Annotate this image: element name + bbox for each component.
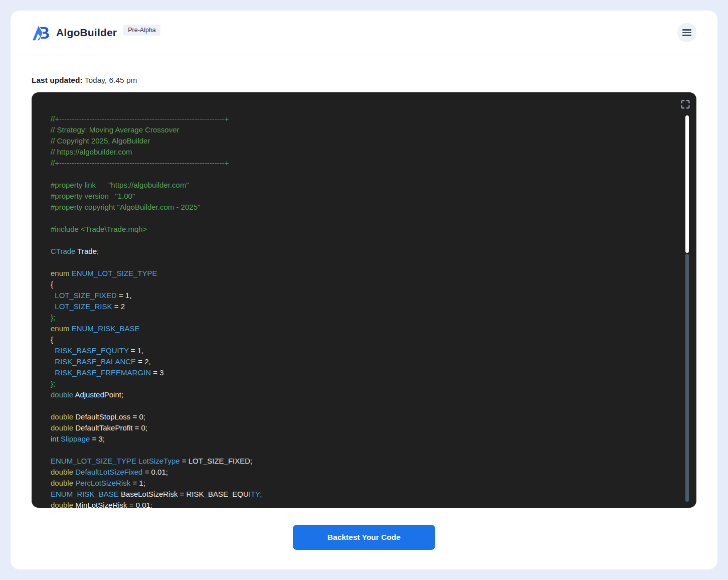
code-line — [51, 445, 666, 456]
code-line: // Copyright 2025, AlgoBuilder — [51, 135, 666, 147]
code-line — [51, 400, 666, 411]
code-line: double DefaultLotSizeFixed = 0.01; — [51, 467, 666, 478]
main-content: Last updated: Today, 6.45 pm //+--------… — [11, 76, 717, 550]
code-line: // https://algobuilder.com — [51, 147, 666, 158]
scrollbar-thumb[interactable] — [685, 115, 689, 253]
fullscreen-button[interactable] — [679, 98, 692, 112]
code-editor-panel: //+-------------------------------------… — [32, 92, 696, 508]
code-line — [51, 235, 666, 246]
code-line: //+-------------------------------------… — [51, 158, 666, 169]
code-line: double DefaultTakeProfit = 0; — [51, 422, 666, 433]
code-line: LOT_SIZE_FIXED = 1, — [51, 290, 666, 301]
app-card: B AlgoBuilder Pre-Alpha Last updated: To… — [11, 11, 717, 569]
last-updated-label: Last updated: — [32, 76, 83, 84]
code-line: #include <Trade\Trade.mqh> — [51, 224, 666, 235]
code-line: RISK_BASE_FREEMARGIN = 3 — [51, 367, 666, 378]
code-line: LOT_SIZE_RISK = 2 — [51, 301, 666, 312]
scrollbar-track-lower[interactable] — [685, 254, 689, 502]
code-line: double DefaultStopLoss = 0; — [51, 411, 666, 422]
code-line: { — [51, 334, 666, 345]
code-scrollbar — [685, 92, 689, 508]
code-line: #property version "1.00" — [51, 191, 666, 202]
code-line — [51, 257, 666, 268]
backtest-button[interactable]: Backtest Your Code — [293, 525, 435, 550]
app-header: B AlgoBuilder Pre-Alpha — [11, 11, 717, 55]
code-line: #property link "https://algobuilder.com" — [51, 180, 666, 191]
code-content: //+-------------------------------------… — [51, 113, 666, 508]
code-line: //+-------------------------------------… — [51, 113, 666, 124]
fullscreen-expand-icon — [680, 99, 691, 110]
prealpha-badge: Pre-Alpha — [123, 25, 160, 36]
code-line: { — [51, 279, 666, 290]
code-line: double AdjustedPoint; — [51, 389, 666, 400]
code-line: RISK_BASE_EQUITY = 1, — [51, 345, 666, 356]
brand-name: AlgoBuilder — [56, 27, 117, 39]
code-line — [51, 169, 666, 180]
code-line: }; — [51, 312, 666, 323]
brand: B AlgoBuilder Pre-Alpha — [32, 24, 160, 42]
code-line: enum ENUM_RISK_BASE — [51, 323, 666, 334]
code-line: ENUM_LOT_SIZE_TYPE LotSizeType = LOT_SIZ… — [51, 456, 666, 467]
code-line: double PercLotSizeRisk = 1; — [51, 478, 666, 489]
code-line: // Strategy: Moving Average Crossover — [51, 124, 666, 135]
hamburger-menu-button[interactable] — [677, 23, 696, 42]
code-line: RISK_BASE_BALANCE = 2, — [51, 356, 666, 367]
code-line: CTrade Trade; — [51, 246, 666, 257]
code-line: ENUM_RISK_BASE BaseLotSizeRisk = RISK_BA… — [51, 489, 666, 500]
algobuilder-logo-icon: B — [32, 24, 52, 42]
code-line: enum ENUM_LOT_SIZE_TYPE — [51, 268, 666, 279]
hamburger-icon — [682, 29, 691, 36]
code-line: int Slippage = 3; — [51, 433, 666, 445]
last-updated-value: Today, 6.45 pm — [83, 76, 137, 84]
code-line: }; — [51, 378, 666, 389]
code-line — [51, 213, 666, 224]
last-updated: Last updated: Today, 6.45 pm — [32, 76, 696, 85]
code-line: #property copyright "AlgoBuilder.com - 2… — [51, 202, 666, 213]
code-line: double MinLotSizeRisk = 0.01; — [51, 500, 666, 508]
